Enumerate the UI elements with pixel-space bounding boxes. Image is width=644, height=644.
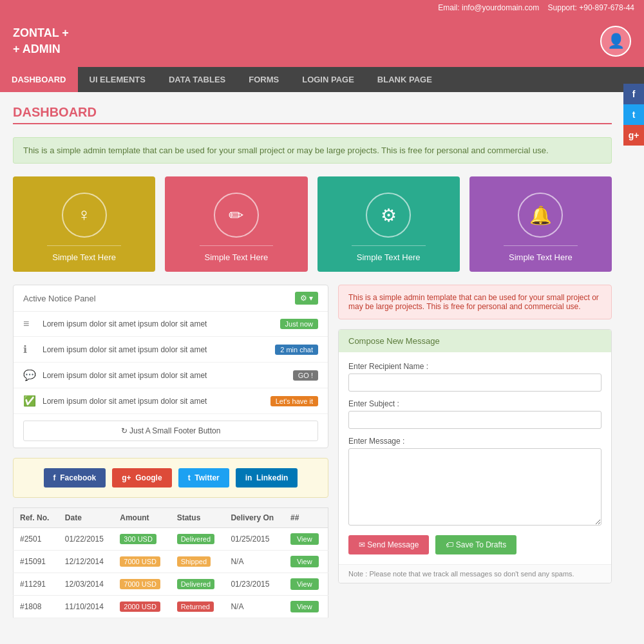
- action-2: View: [284, 573, 328, 596]
- ref-1: #15091: [14, 551, 59, 573]
- social-sidebar: f t g+: [623, 84, 644, 146]
- notice-icon-3: ✅: [23, 395, 36, 407]
- amount-2: 7000 USD: [113, 573, 170, 596]
- nav-forms[interactable]: FORMS: [237, 67, 290, 92]
- message-input[interactable]: [348, 448, 601, 526]
- panel-gear-btn[interactable]: ⚙ ▾: [295, 292, 318, 305]
- notice-badge-2: GO !: [293, 370, 318, 381]
- twitter-share-btn[interactable]: t Twitter: [178, 468, 229, 488]
- compose-panel: Compose New Message Enter Recipient Name…: [338, 329, 612, 583]
- table-row: #11291 12/03/2014 7000 USD Delivered 01/…: [14, 573, 328, 596]
- draft-btn[interactable]: 🏷 Save To Drafts: [435, 535, 516, 554]
- support-value: +90-897-678-44: [579, 3, 634, 12]
- subject-label: Enter Subject :: [348, 399, 601, 408]
- avatar[interactable]: 👤: [600, 26, 631, 57]
- col-status: Status: [171, 508, 225, 528]
- view-btn-0[interactable]: View: [290, 533, 319, 545]
- nav-dashboard[interactable]: DASHBOARD: [0, 67, 78, 92]
- stat-label-0: Simple Text Here: [52, 252, 116, 262]
- panel-header: Active Notice Panel ⚙ ▾: [14, 285, 328, 312]
- top-bar: Email: info@yourdomain.com Support: +90-…: [0, 0, 644, 15]
- stat-card-2[interactable]: ⚙ Simple Text Here: [317, 176, 460, 272]
- notice-item-1: ℹ Lorem ipsum dolor sit amet ipsum dolor…: [14, 337, 328, 363]
- alert-pink: This is a simple admin template that can…: [338, 285, 612, 319]
- nav-login-page[interactable]: LOGIN PAGE: [290, 67, 366, 92]
- col-amount: Amount: [113, 508, 170, 528]
- info-box: This is a simple admin template that can…: [13, 137, 612, 164]
- facebook-share-btn[interactable]: f Facebook: [44, 468, 106, 488]
- stat-card-3[interactable]: 🔔 Simple Text Here: [469, 176, 612, 272]
- logo-line2: + ADMIN: [13, 41, 69, 57]
- status-3: Returned: [171, 596, 225, 618]
- stat-icon-1: ✏: [214, 193, 259, 238]
- notice-icon-2: 💬: [23, 369, 36, 381]
- footer-btn[interactable]: ↻ Just A Small Footer Button: [23, 421, 318, 441]
- status-1: Shipped: [171, 551, 225, 573]
- notice-badge-3: Let's have it: [270, 396, 318, 406]
- subject-group: Enter Subject :: [348, 399, 601, 429]
- notice-text-1: Lorem ipsum dolor sit amet ipsum dolor s…: [43, 345, 269, 354]
- stat-cards: ♀ Simple Text Here ✏ Simple Text Here ⚙ …: [13, 176, 612, 272]
- message-label: Enter Message :: [348, 437, 601, 446]
- delivery-0: 01/25/2015: [224, 528, 284, 551]
- view-btn-2[interactable]: View: [290, 578, 319, 590]
- stat-card-0[interactable]: ♀ Simple Text Here: [13, 176, 155, 272]
- twitter-sidebar-btn[interactable]: t: [623, 104, 644, 125]
- main-content: DASHBOARD This is a simple admin templat…: [0, 92, 625, 631]
- left-column: Active Notice Panel ⚙ ▾ ≡ Lorem ipsum do…: [13, 285, 328, 618]
- amount-1: 7000 USD: [113, 551, 170, 573]
- data-table: Ref. No. Date Amount Status Delivery On …: [13, 507, 328, 618]
- stat-divider-2: [352, 245, 426, 246]
- nav-ui-elements[interactable]: UI ELEMENTS: [78, 67, 157, 92]
- amount-0: 300 USD: [113, 528, 170, 551]
- action-0: View: [284, 528, 328, 551]
- google-sidebar-btn[interactable]: g+: [623, 125, 644, 146]
- action-1: View: [284, 551, 328, 573]
- view-btn-1[interactable]: View: [290, 556, 319, 567]
- col-ref: Ref. No.: [14, 508, 59, 528]
- avatar-icon: 👤: [607, 33, 625, 50]
- stat-label-2: Simple Text Here: [357, 252, 421, 262]
- linkedin-share-btn[interactable]: in Linkedin: [236, 468, 298, 488]
- panel-title: Active Notice Panel: [23, 294, 96, 303]
- navbar: DASHBOARD UI ELEMENTS DATA TABLES FORMS …: [0, 67, 644, 92]
- amount-3: 2000 USD: [113, 596, 170, 618]
- status-2: Delivered: [171, 573, 225, 596]
- send-btn[interactable]: ✉ Send Message: [348, 535, 429, 554]
- bottom-section: Active Notice Panel ⚙ ▾ ≡ Lorem ipsum do…: [13, 285, 612, 618]
- stat-divider-0: [47, 245, 121, 246]
- notice-item-0: ≡ Lorem ipsum dolor sit amet ipsum dolor…: [14, 312, 328, 337]
- stat-label-1: Simple Text Here: [205, 252, 269, 262]
- recipient-input[interactable]: [348, 374, 601, 392]
- date-0: 01/22/2015: [59, 528, 113, 551]
- compose-header: Compose New Message: [339, 330, 611, 352]
- email-label: Email:: [438, 3, 459, 12]
- nav-data-tables[interactable]: DATA TABLES: [157, 67, 237, 92]
- google-share-btn[interactable]: g+ Google: [112, 468, 171, 488]
- table-row: #2501 01/22/2015 300 USD Delivered 01/25…: [14, 528, 328, 551]
- col-delivery: Delivery On: [224, 508, 284, 528]
- nav-blank-page[interactable]: BLANK PAGE: [366, 67, 444, 92]
- notice-panel: Active Notice Panel ⚙ ▾ ≡ Lorem ipsum do…: [13, 285, 328, 448]
- logo-line1: ZONTAL +: [13, 25, 69, 41]
- notice-badge-1: 2 min chat: [275, 345, 318, 355]
- notice-icon-0: ≡: [23, 318, 36, 330]
- notice-icon-1: ℹ: [23, 343, 36, 355]
- header: ZONTAL + + ADMIN 👤: [0, 15, 644, 67]
- recipient-label: Enter Recipient Name :: [348, 362, 601, 371]
- facebook-sidebar-btn[interactable]: f: [623, 84, 644, 104]
- support-label: Support:: [548, 3, 577, 12]
- notice-text-2: Lorem ipsum dolor sit amet ipsum dolor s…: [43, 371, 287, 380]
- page-title: DASHBOARD: [13, 105, 612, 120]
- stat-card-1[interactable]: ✏ Simple Text Here: [165, 176, 307, 272]
- ref-3: #1808: [14, 596, 59, 618]
- date-3: 11/10/2014: [59, 596, 113, 618]
- right-column: This is a simple admin template that can…: [338, 285, 612, 618]
- notice-text-0: Lorem ipsum dolor sit amet ipsum dolor s…: [43, 319, 274, 328]
- delivery-1: N/A: [224, 551, 284, 573]
- subject-input[interactable]: [348, 411, 601, 429]
- view-btn-3[interactable]: View: [290, 601, 319, 612]
- compose-note: Note : Please note that we track all mes…: [339, 564, 611, 583]
- stat-label-3: Simple Text Here: [509, 252, 573, 262]
- delivery-2: 01/23/2015: [224, 573, 284, 596]
